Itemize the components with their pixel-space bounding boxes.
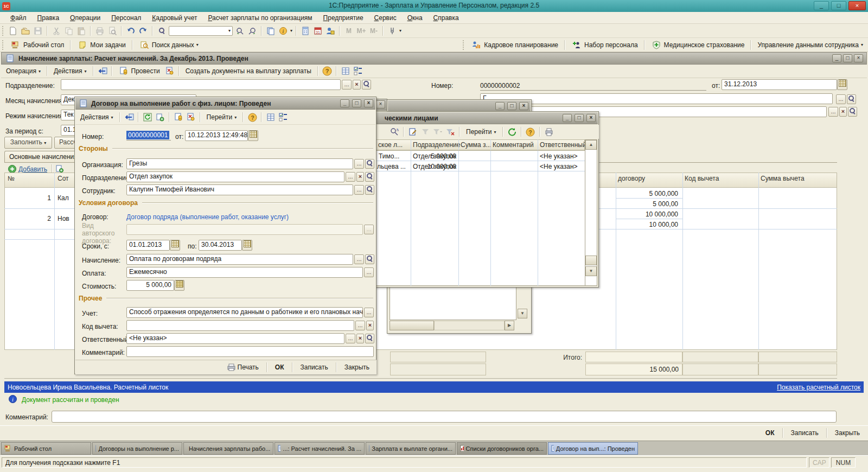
help-icon[interactable]: ? — [322, 66, 333, 76]
goto-menu-button[interactable]: Перейти▾ — [463, 127, 499, 137]
scroll-up-button[interactable]: ▲ — [585, 140, 597, 150]
menu-personnel[interactable]: Персонал — [106, 13, 146, 23]
taskbar-tab-desktop[interactable]: Рабочий стол — [1, 442, 91, 455]
unpost-document-icon[interactable] — [186, 112, 196, 123]
user-permissions-icon[interactable] — [325, 25, 336, 36]
medical-insurance-button[interactable]: Медицинское страхование — [648, 39, 748, 52]
info-icon[interactable]: i — [278, 25, 289, 36]
contract-actions-button[interactable]: Действия▾ — [78, 112, 116, 122]
list-settings-icon[interactable] — [265, 112, 276, 123]
cost-calculator-button[interactable] — [174, 280, 184, 291]
date-input[interactable]: 31.12.2013 — [722, 79, 837, 90]
info-dropdown-arrow[interactable]: ▾ — [290, 28, 292, 33]
organization-field[interactable]: Грезы — [126, 158, 353, 169]
payment-window-close-button[interactable]: × — [519, 102, 528, 110]
contractor-cell[interactable]: 5 000,00 — [416, 152, 456, 160]
contract-close-button[interactable]: × — [364, 99, 373, 107]
vertical-scrollbar-thumb[interactable] — [585, 256, 597, 265]
accrual-field[interactable]: Оплата по договорам подряда — [126, 254, 353, 265]
grid-row-number[interactable]: 1 — [8, 194, 51, 202]
date-to-calendar-button[interactable] — [242, 240, 252, 251]
horizontal-scrollbar-track[interactable] — [434, 321, 505, 330]
payment-window-minimize-button[interactable]: _ — [495, 102, 505, 110]
responsible-select-button[interactable]: ... — [828, 107, 838, 117]
menu-edit[interactable]: Правка — [33, 13, 65, 23]
contractors-header-responsible[interactable]: Ответственный — [540, 141, 586, 149]
contract-date-input[interactable]: 10.12.2013 12:49:48 — [185, 130, 248, 141]
organization-search-button[interactable] — [365, 159, 374, 169]
search-icon[interactable] — [156, 25, 167, 36]
tools-dropdown-arrow[interactable]: ▾ — [399, 28, 401, 33]
post-and-close-icon[interactable] — [124, 112, 135, 123]
contractor-cell[interactable]: 10 000,00 — [416, 163, 456, 170]
deduction-clear-button[interactable]: × — [366, 321, 374, 330]
department-select-button[interactable]: ... — [346, 172, 355, 182]
main-save-button[interactable]: Записать — [788, 428, 821, 438]
organization-input[interactable]: Г — [480, 93, 833, 104]
grid-cell-contract-sum[interactable]: 10 000,00 — [618, 221, 678, 228]
tab-main-accruals[interactable]: Основные начисления — [4, 151, 77, 163]
deduction-code-field[interactable] — [126, 320, 354, 331]
payment-field[interactable]: Ежемесячно — [126, 267, 363, 278]
grid-header-deduction-code[interactable]: Код вычета — [685, 175, 719, 182]
payment-window-maximize-button[interactable]: □ — [507, 102, 516, 110]
menu-enterprise[interactable]: Предприятие — [318, 13, 368, 23]
show-payslip-link[interactable]: Показать расчетный листок — [777, 384, 860, 391]
dialog-save-button[interactable]: Записать — [298, 362, 331, 372]
grid-cell-contract-sum[interactable]: 5 000,000 — [618, 190, 678, 197]
paste-icon[interactable] — [76, 25, 87, 36]
accounting-field[interactable]: Способ отражения определяется по данным … — [126, 307, 363, 318]
department-input[interactable] — [61, 79, 341, 90]
taskbar-tab-contractor-lists[interactable]: Списки договорников орга... — [457, 442, 547, 455]
find-previous-icon[interactable] — [247, 25, 258, 36]
m-minus-button[interactable]: M- — [368, 25, 379, 36]
refresh-icon[interactable] — [507, 126, 518, 137]
contractors-minimize-button[interactable]: _ — [563, 114, 572, 122]
create-payment-docs-button[interactable]: Создать документы на выплату зарплаты — [183, 66, 314, 76]
menu-file[interactable]: Файл — [5, 13, 31, 23]
post-button[interactable]: Провести — [116, 65, 163, 78]
responsible-clear-button[interactable]: × — [356, 334, 364, 343]
contractors-maximize-button[interactable]: □ — [575, 114, 584, 122]
menu-service[interactable]: Сервис — [369, 13, 401, 23]
find-in-list-icon[interactable]: N — [389, 126, 400, 137]
taskbar-tab-payment[interactable]: Зарплата к выплате органи... — [366, 442, 456, 455]
organization-select-button[interactable]: ... — [836, 94, 846, 104]
post-and-close-icon[interactable] — [97, 66, 108, 76]
contract-date-calendar-button[interactable] — [248, 130, 258, 141]
main-close-button[interactable]: Закрыть — [832, 428, 863, 438]
menu-help[interactable]: Справка — [429, 13, 464, 23]
grid-row-employee[interactable]: Нов — [58, 215, 69, 222]
payment-select-button[interactable]: ... — [364, 267, 374, 277]
menu-hr-records[interactable]: Кадровый учет — [147, 13, 202, 23]
search-combobox-arrow[interactable]: ▾ — [227, 28, 232, 33]
form-settings-icon[interactable] — [278, 112, 289, 123]
data-search-dropdown-arrow[interactable]: ▾ — [196, 42, 199, 47]
search-combobox[interactable]: ▾ — [169, 26, 233, 36]
copy-documents-icon[interactable] — [265, 25, 276, 36]
grid-row-employee[interactable]: Кал — [58, 194, 69, 202]
my-tasks-button[interactable]: Мои задачи — [74, 39, 128, 52]
list-help-icon[interactable]: ? — [525, 126, 536, 137]
cost-input[interactable]: 5 000,00 — [126, 280, 174, 291]
data-search-button[interactable]: Поиск данных ▾ — [136, 39, 201, 52]
app-close-button[interactable]: × — [848, 1, 866, 10]
redo-icon[interactable] — [138, 25, 149, 36]
calendar-icon[interactable]: 31 — [312, 25, 323, 36]
contract-maximize-button[interactable]: □ — [352, 99, 361, 107]
contractor-cell[interactable]: <Не указан> — [540, 152, 578, 160]
grid-row-number[interactable]: 2 — [8, 215, 51, 222]
comment-field[interactable] — [126, 346, 374, 357]
menu-operations[interactable]: Операции — [65, 13, 105, 23]
desktop-button[interactable]: Рабочий стол — [8, 39, 67, 52]
recruitment-button[interactable]: Набор персонала — [569, 39, 641, 52]
cut-icon[interactable] — [51, 25, 62, 36]
app-maximize-button[interactable]: □ — [831, 1, 846, 10]
contractors-header-department[interactable]: Подразделение — [413, 141, 460, 149]
grid-header-employee[interactable]: Сот — [58, 175, 69, 182]
new-document-icon[interactable] — [8, 25, 18, 36]
department-clear-button[interactable]: × — [356, 172, 364, 182]
horizontal-scrollbar-thumb[interactable] — [390, 321, 434, 330]
window-close-button[interactable]: × — [854, 54, 863, 62]
clear-filter-icon[interactable] — [445, 126, 456, 137]
